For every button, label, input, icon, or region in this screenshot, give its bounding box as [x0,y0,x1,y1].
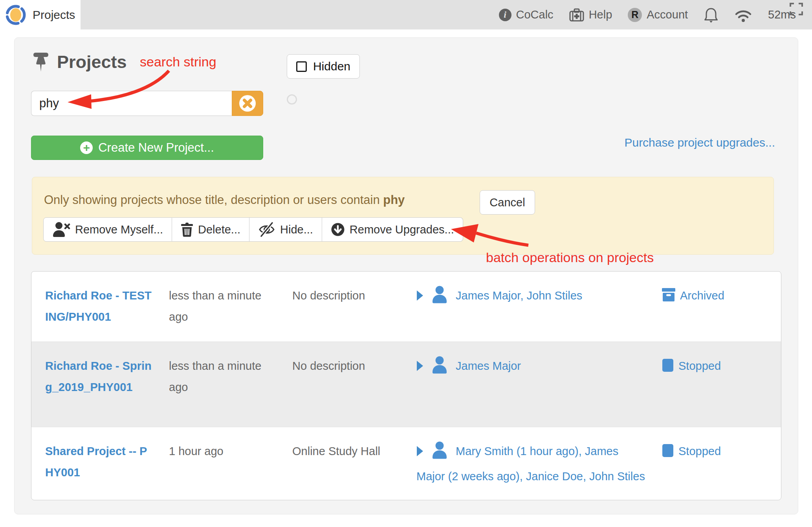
delete-label: Delete... [198,223,240,236]
thumbtack-icon [32,52,50,72]
project-users-names[interactable]: James Major [456,360,521,372]
hide-button[interactable]: Hide... [249,217,322,242]
project-age: less than a minute ago [169,355,292,419]
delete-button[interactable]: Delete... [172,217,249,242]
tab-projects[interactable]: Projects [0,0,81,29]
annotation-batch-operations: batch operations on projects [486,250,654,265]
wifi-status-icon[interactable] [734,7,752,22]
project-list: Richard Roe - TESTING/PHY001 less than a… [31,271,781,500]
project-age: less than a minute ago [169,285,292,334]
project-title-link[interactable]: Shared Project -- PHY001 [45,441,169,492]
remove-myself-button[interactable]: Remove Myself... [43,217,172,242]
project-state-label: Stopped [678,360,721,372]
top-bar-right: i CoCalc Help R Account [81,0,812,29]
project-title-link[interactable]: Richard Roe - TESTING/PHY001 [45,285,169,334]
project-description: Online Study Hall [292,441,416,492]
project-users: James Major [416,355,662,419]
page-title: Projects [32,52,127,72]
purchase-upgrades-link[interactable]: Purchase project upgrades... [624,136,775,149]
person-icon [431,356,449,380]
top-bar: Projects i CoCalc Help R Account [0,0,812,29]
remove-upgrades-button[interactable]: Remove Upgrades... [322,217,463,242]
hidden-filter-label: Hidden [313,60,350,73]
filter-message-prefix: Only showing projects whose title, descr… [44,193,383,207]
person-icon [431,285,449,310]
project-state-label: Stopped [678,445,721,457]
page-title-text: Projects [57,52,127,72]
account-menu-item[interactable]: R Account [628,8,688,22]
project-users-names[interactable]: James Major, John Stiles [456,289,582,302]
remove-upgrades-label: Remove Upgrades... [350,223,454,236]
filter-message: Only showing projects whose title, descr… [44,193,405,207]
tab-projects-label: Projects [33,8,75,22]
person-icon [431,441,449,466]
circle-x-icon [238,94,257,112]
search-input[interactable] [31,91,232,116]
project-row[interactable]: Shared Project -- PHY001 1 hour ago Onli… [31,427,781,500]
create-new-project-button[interactable]: + Create New Project... [31,136,263,160]
eye-slash-icon [258,222,275,237]
cocalc-menu-item[interactable]: i CoCalc [499,8,554,21]
project-state: Stopped [662,355,781,419]
help-menu-item[interactable]: Help [569,8,612,22]
remove-myself-label: Remove Myself... [75,223,163,236]
project-state: Stopped [662,441,781,492]
info-circle-icon: i [499,9,511,21]
create-new-project-label: Create New Project... [98,141,214,155]
circle-down-arrow-icon [331,222,345,237]
caret-right-icon[interactable] [416,357,423,378]
project-description: No description [292,355,416,419]
medkit-icon [569,8,584,22]
caret-right-icon[interactable] [416,442,423,463]
fullscreen-icon[interactable] [789,2,803,18]
cancel-filter-button[interactable]: Cancel [480,190,535,215]
cocalc-logo-icon [5,4,26,26]
project-state: Archived [662,285,781,334]
loading-spinner-circle [287,94,297,105]
trash-icon [181,222,193,237]
hidden-filter-button[interactable]: Hidden [287,54,360,79]
project-users-names[interactable]: Mary Smith (1 hour ago), James Major (2 … [416,445,645,483]
project-title-link[interactable]: Richard Roe - Spring_2019_PHY001 [45,355,169,419]
project-row[interactable]: Richard Roe - Spring_2019_PHY001 less th… [31,342,781,427]
archive-icon [662,287,675,308]
project-state-label: Archived [680,289,724,302]
plus-circle-icon: + [80,141,93,154]
project-search [31,91,263,116]
project-row[interactable]: Richard Roe - TESTING/PHY001 less than a… [31,272,781,342]
project-age: 1 hour ago [169,441,292,492]
stop-icon [662,443,674,464]
project-users: James Major, John Stiles [416,285,662,334]
projects-panel: Projects Hidden + Create New Project... … [14,37,798,514]
filter-banner: Only showing projects whose title, descr… [32,177,774,255]
cocalc-menu-label: CoCalc [516,8,554,21]
caret-right-icon[interactable] [416,286,423,308]
clear-search-button[interactable] [232,91,263,116]
filter-term: phy [383,193,405,207]
user-x-icon [52,222,70,237]
help-menu-label: Help [589,8,612,21]
hide-label: Hide... [280,223,313,236]
project-users: Mary Smith (1 hour ago), James Major (2 … [416,441,662,492]
batch-actions-group: Remove Myself... Delete... [43,217,463,242]
account-menu-label: Account [647,8,688,21]
avatar: R [628,8,642,22]
annotation-search-string: search string [140,54,216,70]
notifications-bell-icon[interactable] [704,7,719,23]
stop-icon [662,358,674,379]
hidden-checkbox[interactable] [296,61,307,72]
project-description: No description [292,285,416,334]
